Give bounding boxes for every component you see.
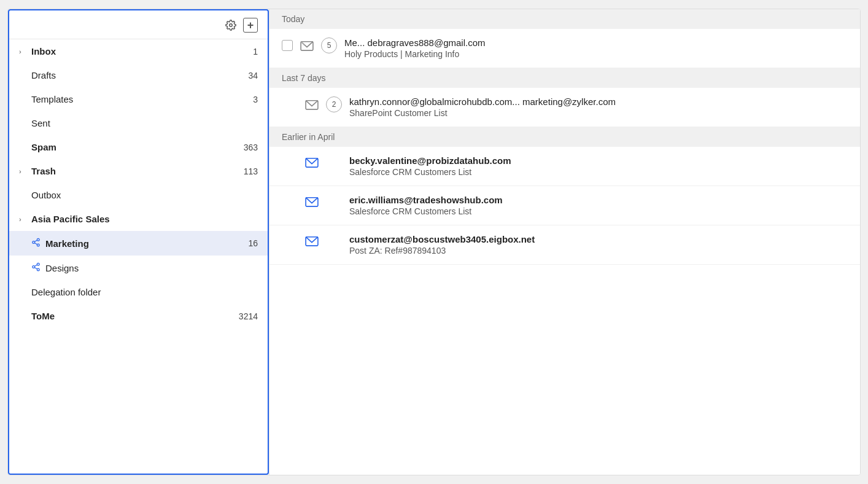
- add-folder-icon[interactable]: +: [243, 18, 258, 33]
- email-subject: SharePoint Customer List: [349, 108, 848, 118]
- email-left-icons: [282, 234, 342, 248]
- svg-point-2: [33, 241, 35, 244]
- folder-name: ToMe: [31, 311, 239, 321]
- sidebar-item-outbox[interactable]: Outbox: [9, 183, 268, 207]
- svg-line-4: [34, 243, 37, 244]
- svg-point-1: [37, 238, 39, 241]
- email-item-e5[interactable]: customerzat@boscustweb3405.eigbox.net Po…: [269, 225, 860, 265]
- folder-list: ›Inbox1 Drafts34 Templates3 Sent Spam363…: [9, 39, 268, 328]
- svg-point-8: [37, 268, 39, 271]
- email-from: kathryn.connor@globalmicrohubdb.com... m…: [349, 96, 848, 107]
- sidebar-item-asia-pacific-sales[interactable]: ›Asia Pacific Sales: [9, 207, 268, 231]
- chevron-icon: ›: [19, 168, 26, 175]
- chevron-icon: ›: [19, 216, 26, 223]
- sidebar-item-marketing[interactable]: Marketing16: [9, 231, 268, 256]
- svg-point-6: [37, 263, 39, 265]
- folder-name: Inbox: [31, 46, 253, 57]
- folder-badge: 16: [248, 238, 258, 248]
- thread-count: 5: [321, 37, 337, 53]
- email-from: becky.valentine@probizdatahub.com: [349, 155, 848, 166]
- email-from: Me... debragraves888@gmail.com: [344, 37, 848, 48]
- email-left-icons: 2: [282, 96, 342, 112]
- email-subject: Salesforce CRM Customers List: [349, 206, 848, 216]
- svg-line-5: [34, 240, 37, 241]
- folder-badge: 3214: [239, 311, 258, 321]
- sidebar-item-spam[interactable]: Spam363: [9, 135, 268, 159]
- email-left-icons: [282, 155, 342, 169]
- sidebar: + ›Inbox1 Drafts34 Templates3 Sent Spam3…: [8, 9, 269, 475]
- envelope-blue-icon: [304, 195, 320, 208]
- section-header-today: Today: [269, 9, 860, 29]
- svg-point-3: [37, 244, 39, 246]
- envelope-blue-icon: [304, 155, 320, 169]
- folder-name: Spam: [31, 142, 244, 152]
- folder-name: Designs: [45, 263, 258, 273]
- email-checkbox[interactable]: [282, 40, 293, 51]
- envelope-blue-icon: [304, 234, 320, 248]
- svg-line-9: [34, 267, 37, 268]
- email-left-icons: [282, 195, 342, 208]
- chevron-icon: ›: [19, 48, 26, 55]
- email-subject: Salesforce CRM Customers List: [349, 167, 848, 177]
- share-icon: [31, 262, 41, 273]
- sidebar-item-delegation-folder[interactable]: Delegation folder: [9, 280, 268, 304]
- folder-name: Drafts: [31, 70, 248, 80]
- thread-count: 2: [326, 96, 342, 112]
- sidebar-item-inbox[interactable]: ›Inbox1: [9, 39, 268, 63]
- folder-badge: 113: [244, 166, 258, 176]
- folder-badge: 1: [253, 47, 258, 57]
- section-header-last7days: Last 7 days: [269, 68, 860, 88]
- folder-badge: 34: [248, 71, 258, 80]
- email-sections: Today 5 Me... debragraves888@gmail.com H…: [269, 9, 860, 265]
- email-from: customerzat@boscustweb3405.eigbox.net: [349, 234, 848, 244]
- email-body: kathryn.connor@globalmicrohubdb.com... m…: [349, 96, 848, 118]
- sidebar-item-trash[interactable]: ›Trash113: [9, 159, 268, 183]
- email-item-e4[interactable]: eric.williams@tradeshowshub.com Salesfor…: [269, 186, 860, 225]
- email-subject: Post ZA: Ref#987894103: [349, 246, 848, 256]
- svg-point-7: [33, 266, 35, 268]
- folder-name: Asia Pacific Sales: [31, 214, 258, 224]
- folder-name: Trash: [31, 166, 244, 176]
- folder-badge: 363: [244, 142, 258, 152]
- email-left-icons: 5: [282, 37, 337, 53]
- sidebar-header-actions: +: [223, 18, 258, 33]
- sidebar-header: +: [9, 10, 268, 39]
- email-body: eric.williams@tradeshowshub.com Salesfor…: [349, 195, 848, 216]
- folder-badge: 3: [253, 95, 258, 104]
- svg-point-0: [230, 24, 233, 27]
- email-from: eric.williams@tradeshowshub.com: [349, 195, 848, 205]
- email-subject: Holy Products | Marketing Info: [344, 49, 848, 59]
- envelope-icon: [304, 98, 320, 111]
- sidebar-item-templates[interactable]: Templates3: [9, 87, 268, 111]
- email-body: becky.valentine@probizdatahub.com Salesf…: [349, 155, 848, 177]
- folder-name: Outbox: [31, 190, 258, 200]
- svg-line-10: [34, 265, 37, 266]
- sidebar-item-drafts[interactable]: Drafts34: [9, 63, 268, 87]
- folder-name: Delegation folder: [31, 287, 258, 297]
- email-list: Today 5 Me... debragraves888@gmail.com H…: [269, 9, 860, 475]
- reply-icon: [299, 39, 315, 52]
- sidebar-item-designs[interactable]: Designs: [9, 256, 268, 280]
- sidebar-item-sent[interactable]: Sent: [9, 111, 268, 135]
- email-body: customerzat@boscustweb3405.eigbox.net Po…: [349, 234, 848, 256]
- email-item-e1[interactable]: 5 Me... debragraves888@gmail.com Holy Pr…: [269, 29, 860, 68]
- section-header-earlier-in-april: Earlier in April: [269, 127, 860, 147]
- gear-icon[interactable]: [223, 18, 238, 33]
- email-body: Me... debragraves888@gmail.com Holy Prod…: [344, 37, 848, 59]
- email-item-e2[interactable]: 2 kathryn.connor@globalmicrohubdb.com...…: [269, 88, 860, 127]
- folder-name: Marketing: [45, 238, 248, 249]
- email-item-e3[interactable]: becky.valentine@probizdatahub.com Salesf…: [269, 147, 860, 186]
- share-icon: [31, 238, 41, 249]
- folder-name: Templates: [31, 94, 253, 104]
- folder-name: Sent: [31, 118, 258, 128]
- sidebar-item-tome[interactable]: ToMe3214: [9, 304, 268, 328]
